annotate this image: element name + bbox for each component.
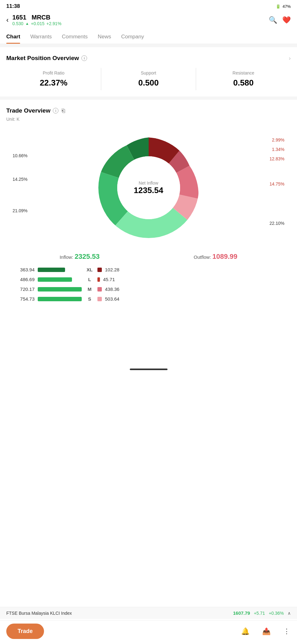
chart-label-1066: 10.66%: [13, 153, 27, 158]
outflow-label: Outflow:: [194, 254, 211, 260]
index-name: FTSE Bursa Malaysia KLCI Index: [6, 611, 72, 616]
chart-label-1475: 14.75%: [270, 181, 284, 186]
tab-chart[interactable]: Chart: [6, 30, 20, 44]
trade-overview-section: Trade Overview i ⎗ Unit: K 10.66% 14.25%…: [0, 100, 297, 312]
share-icon[interactable]: ⎗: [62, 108, 65, 114]
header-right: 🔍 ❤️: [269, 16, 291, 24]
price-change-pct: +2.91%: [46, 21, 61, 26]
flow-bar-in-s: [38, 297, 82, 301]
support-label: Support: [101, 70, 196, 75]
market-info-icon[interactable]: i: [81, 55, 87, 61]
tab-company[interactable]: Company: [121, 30, 144, 44]
flow-in-l: 486.69: [13, 277, 35, 282]
net-inflow-value: 1235.54: [134, 186, 163, 195]
index-change: +5.71: [254, 611, 265, 616]
notification-icon[interactable]: 🔔: [241, 627, 250, 636]
price-arrow: ▲: [25, 21, 29, 26]
flow-bar-in-xl: [38, 268, 65, 272]
bottom-index-bar[interactable]: FTSE Bursa Malaysia KLCI Index 1607.79 +…: [0, 607, 297, 619]
section-divider-2: [0, 97, 297, 100]
bottom-spacer: [0, 312, 297, 363]
tab-news[interactable]: News: [98, 30, 111, 44]
flow-dot-out-m: [97, 287, 102, 291]
index-chevron-icon[interactable]: ∧: [288, 611, 291, 616]
status-bar: 11:38 🔋 47%: [0, 0, 297, 11]
market-overview-title: Market Position Overview i: [6, 55, 87, 62]
flow-out-l: 45.71: [103, 277, 122, 282]
unit-label: Unit: K: [6, 117, 291, 122]
trade-info-icon[interactable]: i: [53, 108, 58, 114]
flow-dot-out-l: [97, 277, 100, 282]
flow-in-s: 754.73: [13, 296, 35, 302]
nav-tabs: Chart Warrants Comments News Company: [0, 30, 297, 44]
chart-label-2109: 21.09%: [13, 208, 27, 213]
chart-label-134: 1.34%: [272, 147, 284, 152]
flow-row-m: 720.17 M 438.36: [13, 286, 284, 292]
flow-cat-s: S: [85, 296, 94, 302]
chart-label-299: 2.99%: [272, 137, 284, 142]
inflow-label: Inflow:: [60, 254, 73, 260]
flow-dot-out-xl: [97, 268, 102, 272]
metrics-row: Profit Ratio 22.37% Support 0.500 Resist…: [6, 68, 291, 90]
stock-info: 1651 MRCB 0.530 ▲ +0.015 +2.91%: [12, 14, 61, 26]
profit-ratio-value: 22.37%: [6, 78, 101, 88]
flow-bar-in-l-container: [38, 277, 82, 282]
tab-comments[interactable]: Comments: [62, 30, 88, 44]
flow-bar-in-s-container: [38, 297, 82, 301]
outflow-value: 1089.99: [212, 253, 238, 260]
battery-icon: 🔋: [276, 4, 281, 9]
chart-label-1425: 14.25%: [13, 177, 27, 182]
flow-cat-l: L: [85, 277, 94, 282]
flow-row-s: 754.73 S 503.64: [13, 296, 284, 302]
flow-row-l: 486.69 L 45.71: [13, 277, 284, 282]
flow-bar-in-m-container: [38, 287, 82, 291]
flow-out-xl: 102.28: [105, 267, 124, 272]
donut-center-labels: Net Inflow 1235.54: [134, 180, 163, 195]
stock-price: 0.530: [12, 21, 23, 26]
chart-label-2210: 22.10%: [270, 221, 284, 226]
status-icons: 🔋 47%: [276, 4, 291, 9]
back-button[interactable]: ‹: [6, 16, 8, 24]
flow-cat-m: M: [85, 286, 94, 292]
section-divider-1: [0, 44, 297, 47]
net-inflow-label: Net Inflow: [134, 180, 163, 186]
search-icon[interactable]: 🔍: [269, 16, 277, 24]
donut-svg-wrapper: Net Inflow 1235.54: [98, 137, 199, 238]
market-overview-section: Market Position Overview i › Profit Rati…: [0, 47, 297, 97]
trade-overview-header: Trade Overview i ⎗: [6, 107, 291, 114]
resistance-metric: Resistance 0.580: [196, 68, 291, 90]
flow-bars-table: 363.94 XL 102.28 486.69 L 45.71 720.17 M: [6, 267, 291, 302]
support-metric: Support 0.500: [101, 68, 196, 90]
more-options-icon[interactable]: ⋮: [283, 627, 291, 636]
chart-label-1283: 12.83%: [270, 156, 284, 161]
price-change: +0.015: [31, 21, 44, 26]
index-price: 1607.79: [233, 610, 250, 616]
index-values: 1607.79 +5.71 +0.36% ∧: [233, 610, 291, 616]
status-time: 11:38: [6, 3, 20, 9]
flow-summary: Inflow: 2325.53 Outflow: 1089.99: [6, 253, 291, 261]
flow-row-xl: 363.94 XL 102.28: [13, 267, 284, 272]
stock-title: 1651 MRCB: [12, 14, 61, 21]
market-overview-chevron[interactable]: ›: [289, 55, 291, 62]
share-nav-icon[interactable]: 📤: [262, 627, 271, 636]
profit-ratio-label: Profit Ratio: [6, 70, 101, 75]
flow-bar-in-l: [38, 277, 72, 282]
bottom-nav: Trade 🔔 📤 ⋮: [0, 620, 297, 644]
flow-cat-xl: XL: [85, 267, 94, 272]
donut-chart-container: 10.66% 14.25% 21.09% 2.99% 1.34% 12.83% …: [6, 128, 291, 247]
stock-header: ‹ 1651 MRCB 0.530 ▲ +0.015 +2.91% 🔍 ❤️: [0, 11, 297, 30]
header-left: ‹ 1651 MRCB 0.530 ▲ +0.015 +2.91%: [6, 14, 61, 26]
favorite-icon[interactable]: ❤️: [282, 16, 291, 24]
flow-out-m: 438.36: [105, 286, 124, 292]
stock-price-row: 0.530 ▲ +0.015 +2.91%: [12, 21, 61, 26]
flow-bar-in-m: [38, 287, 82, 291]
flow-dot-out-s: [97, 297, 102, 301]
inflow-value: 2325.53: [74, 253, 100, 260]
resistance-label: Resistance: [196, 70, 291, 75]
trade-button[interactable]: Trade: [6, 624, 44, 639]
inflow-summary: Inflow: 2325.53: [60, 253, 100, 261]
tab-warrants[interactable]: Warrants: [30, 30, 52, 44]
battery-pct: 47%: [283, 4, 291, 9]
outflow-summary: Outflow: 1089.99: [194, 253, 237, 261]
market-overview-header: Market Position Overview i ›: [6, 55, 291, 62]
